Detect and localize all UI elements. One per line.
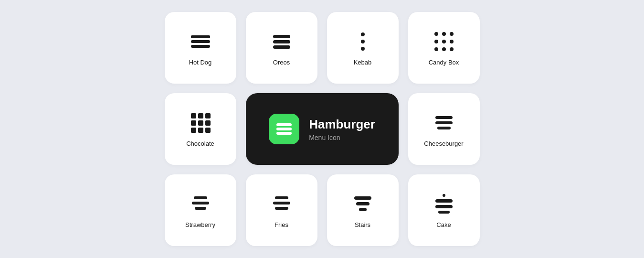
hamburger-icon — [275, 122, 293, 136]
hamburger-featured-subtitle: Menu Icon — [309, 134, 375, 141]
svg-rect-1 — [191, 40, 210, 43]
card-hamburger-featured[interactable]: Hamburger Menu Icon — [246, 93, 399, 165]
svg-rect-25 — [205, 120, 211, 126]
card-hot-dog-label: Hot Dog — [189, 59, 212, 66]
svg-rect-34 — [437, 127, 451, 129]
svg-rect-24 — [198, 120, 203, 126]
svg-rect-30 — [276, 128, 292, 130]
stairs-icon — [351, 193, 374, 215]
svg-rect-26 — [191, 128, 196, 133]
hamburger-featured-title: Hamburger — [309, 117, 375, 132]
svg-rect-32 — [435, 116, 453, 119]
card-fries[interactable]: Fries — [246, 174, 317, 246]
oreos-icon — [270, 30, 293, 53]
svg-rect-33 — [435, 121, 453, 124]
svg-rect-46 — [435, 205, 453, 208]
svg-rect-29 — [276, 123, 292, 126]
fries-icon — [270, 193, 293, 215]
hamburger-featured-text: Hamburger Menu Icon — [309, 117, 375, 141]
svg-rect-43 — [359, 208, 367, 211]
svg-rect-28 — [205, 128, 211, 133]
svg-rect-45 — [435, 199, 453, 203]
chocolate-icon — [189, 111, 212, 134]
svg-point-13 — [450, 32, 454, 36]
card-cheeseburger[interactable]: Cheeseburger — [408, 93, 480, 165]
svg-point-19 — [450, 47, 454, 51]
strawberry-icon — [189, 193, 212, 215]
cheeseburger-icon — [433, 111, 455, 134]
card-candy-box-label: Candy Box — [429, 59, 459, 66]
hamburger-featured-icon-bg — [269, 114, 299, 144]
svg-point-11 — [434, 32, 438, 36]
svg-rect-36 — [192, 202, 209, 204]
svg-rect-23 — [191, 120, 196, 126]
svg-point-9 — [361, 40, 365, 43]
svg-rect-7 — [273, 45, 290, 49]
svg-point-44 — [443, 194, 445, 197]
svg-rect-35 — [194, 196, 207, 199]
card-hot-dog[interactable]: Hot Dog — [165, 12, 236, 84]
icon-grid: Hot Dog Oreos Kebab — [165, 12, 480, 246]
card-fries-label: Fries — [274, 221, 288, 228]
card-cake-label: Cake — [436, 221, 451, 228]
svg-rect-22 — [205, 113, 211, 118]
card-candy-box[interactable]: Candy Box — [408, 12, 480, 84]
candy-box-icon — [433, 30, 455, 53]
card-kebab-label: Kebab — [354, 59, 372, 66]
svg-rect-5 — [273, 35, 290, 38]
svg-point-12 — [442, 32, 446, 36]
kebab-icon — [351, 30, 374, 53]
svg-point-18 — [442, 47, 446, 51]
svg-rect-47 — [438, 211, 450, 214]
card-stairs-label: Stairs — [355, 221, 370, 228]
svg-point-15 — [442, 40, 446, 43]
svg-point-3 — [191, 35, 194, 38]
svg-point-4 — [207, 35, 210, 38]
svg-rect-41 — [354, 196, 371, 200]
svg-point-16 — [450, 40, 454, 43]
svg-point-14 — [434, 40, 438, 43]
svg-rect-21 — [198, 113, 203, 118]
svg-rect-31 — [276, 132, 292, 135]
card-cheeseburger-label: Cheeseburger — [424, 140, 463, 147]
card-cake[interactable]: Cake — [408, 174, 480, 246]
svg-rect-20 — [191, 113, 196, 118]
svg-rect-39 — [273, 202, 290, 204]
svg-rect-27 — [198, 128, 203, 133]
card-oreos-label: Oreos — [273, 59, 290, 66]
card-chocolate-label: Chocolate — [186, 140, 214, 147]
card-strawberry[interactable]: Strawberry — [165, 174, 236, 246]
svg-rect-42 — [356, 202, 370, 205]
card-strawberry-label: Strawberry — [185, 221, 215, 228]
svg-rect-2 — [191, 45, 210, 48]
svg-rect-40 — [275, 207, 288, 210]
hot-dog-icon — [189, 30, 212, 53]
svg-point-17 — [434, 47, 438, 51]
card-stairs[interactable]: Stairs — [327, 174, 399, 246]
svg-point-10 — [361, 47, 365, 51]
svg-rect-37 — [195, 207, 206, 210]
card-kebab[interactable]: Kebab — [327, 12, 399, 84]
cake-icon — [433, 193, 455, 215]
card-chocolate[interactable]: Chocolate — [165, 93, 236, 165]
svg-point-8 — [361, 32, 365, 36]
svg-rect-6 — [273, 40, 290, 43]
card-oreos[interactable]: Oreos — [246, 12, 317, 84]
svg-rect-38 — [275, 196, 288, 199]
